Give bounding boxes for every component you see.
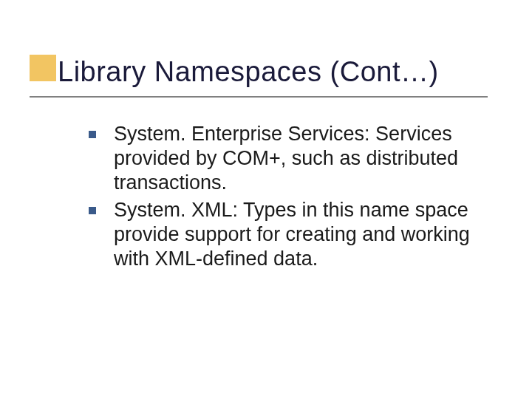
title-underline [30,96,488,98]
slide: Library Namespaces (Cont…) System. Enter… [0,0,532,399]
bullet-text: System. XML: Types in this name space pr… [114,199,470,270]
bullet-item: System. XML: Types in this name space pr… [89,198,488,271]
bullet-icon [89,207,96,214]
bullet-text: System. Enterprise Services: Services pr… [114,123,458,194]
bullet-icon [89,131,96,138]
slide-title: Library Namespaces (Cont…) [58,58,439,87]
content-area: System. Enterprise Services: Services pr… [89,122,488,274]
title-accent-box [30,55,56,81]
bullet-item: System. Enterprise Services: Services pr… [89,122,488,195]
